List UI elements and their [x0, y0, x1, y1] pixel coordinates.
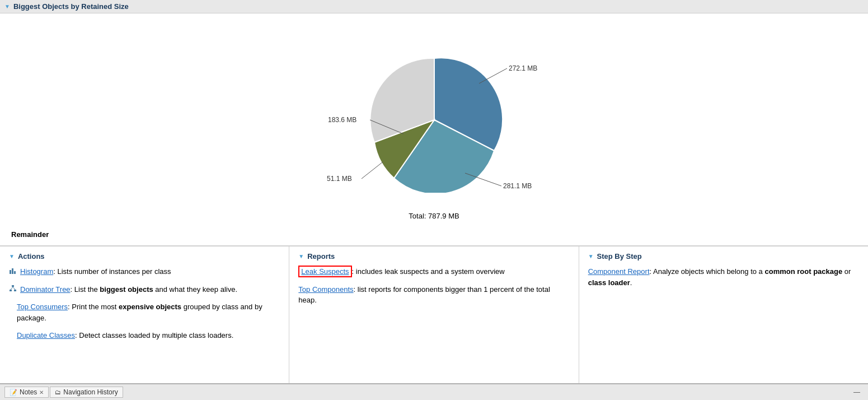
pie-chart-container: 272.1 MB 183.6 MB 51.1 MB 281.1 MB: [272, 25, 597, 210]
actions-header: ▼ Actions: [9, 252, 280, 261]
reports-header: ▼ Reports: [298, 252, 569, 261]
label-183mb: 183.6 MB: [328, 116, 356, 124]
svg-rect-5: [12, 268, 13, 274]
chart-area: 272.1 MB 183.6 MB 51.1 MB 281.1 MB Total…: [0, 13, 868, 226]
step-by-step-header: ▼ Step By Step: [588, 252, 859, 261]
reports-triangle[interactable]: ▼: [298, 253, 304, 259]
top-consumers-link[interactable]: Top Consumers: [17, 303, 68, 311]
pie-chart: 272.1 MB 183.6 MB 51.1 MB 281.1 MB: [317, 47, 552, 193]
reports-column: ▼ Reports Leak Suspects: includes leak s…: [289, 246, 579, 383]
step-triangle[interactable]: ▼: [588, 253, 594, 259]
histogram-icon: [9, 267, 17, 275]
report-leak-suspects: Leak Suspects: includes leak suspects an…: [298, 266, 569, 277]
nav-history-tab[interactable]: 🗂 Navigation History: [50, 387, 123, 398]
dominator-tree-link[interactable]: Dominator Tree: [20, 285, 71, 294]
histogram-text: Histogram: Lists number of instances per…: [20, 266, 171, 277]
bottom-bar: 📝 Notes ✕ 🗂 Navigation History —: [0, 383, 868, 400]
nav-history-tab-label: Navigation History: [63, 388, 118, 396]
minimize-button[interactable]: —: [850, 388, 864, 396]
top-components-link[interactable]: Top Components: [298, 285, 353, 294]
label-51mb: 51.1 MB: [327, 175, 352, 183]
report-top-components: Top Components: list reports for compone…: [298, 284, 569, 306]
svg-line-10: [11, 287, 13, 290]
notes-icon: 📝: [10, 389, 17, 396]
notes-tab-label: Notes: [20, 388, 37, 396]
nav-history-icon: 🗂: [55, 389, 61, 396]
actions-column: ▼ Actions Histogram: Lists number of ins…: [0, 246, 289, 383]
step-by-step-title: Step By Step: [597, 252, 642, 261]
chart-total: Total: 787.9 MB: [409, 212, 459, 220]
svg-rect-6: [14, 271, 16, 274]
step-component-report: Component Report: Analyze objects which …: [588, 266, 859, 288]
section-header: ▼ Biggest Objects by Retained Size: [0, 0, 868, 13]
svg-rect-9: [14, 290, 16, 291]
label-272mb: 272.1 MB: [509, 64, 537, 72]
action-top-consumers: Top Consumers: Print the most expensive …: [9, 301, 280, 323]
svg-rect-4: [10, 270, 11, 274]
top-consumers-text: Top Consumers: Print the most expensive …: [17, 301, 280, 323]
action-dominator-tree: Dominator Tree: List the biggest objects…: [9, 284, 280, 295]
three-columns-section: ▼ Actions Histogram: Lists number of ins…: [0, 245, 868, 383]
component-report-text: Component Report: Analyze objects which …: [588, 266, 859, 288]
svg-line-11: [13, 287, 15, 290]
action-histogram: Histogram: Lists number of instances per…: [9, 266, 280, 277]
reports-title: Reports: [307, 252, 335, 261]
dominator-tree-text: Dominator Tree: List the biggest objects…: [20, 284, 237, 295]
notes-close-button[interactable]: ✕: [39, 389, 44, 396]
component-report-link[interactable]: Component Report: [588, 267, 650, 276]
leak-suspects-text: Leak Suspects: includes leak suspects an…: [298, 266, 504, 277]
collapse-triangle[interactable]: ▼: [4, 3, 10, 10]
remainder-label: Remainder: [0, 226, 868, 243]
action-duplicate-classes: Duplicate Classes: Detect classes loaded…: [9, 330, 280, 341]
label-281mb: 281.1 MB: [503, 182, 532, 190]
top-components-text: Top Components: list reports for compone…: [298, 284, 569, 306]
duplicate-classes-link[interactable]: Duplicate Classes: [17, 331, 75, 339]
svg-rect-7: [12, 285, 14, 287]
leak-suspects-link[interactable]: Leak Suspects: [298, 266, 351, 277]
svg-rect-8: [10, 290, 12, 291]
svg-line-2: [362, 162, 383, 179]
actions-title: Actions: [18, 252, 45, 261]
histogram-link[interactable]: Histogram: [20, 267, 53, 276]
duplicate-classes-text: Duplicate Classes: Detect classes loaded…: [17, 330, 233, 341]
section-title: Biggest Objects by Retained Size: [13, 2, 129, 11]
dominator-tree-icon: [9, 285, 17, 292]
actions-triangle[interactable]: ▼: [9, 253, 15, 259]
step-by-step-column: ▼ Step By Step Component Report: Analyze…: [579, 246, 868, 383]
notes-tab[interactable]: 📝 Notes ✕: [4, 387, 49, 398]
